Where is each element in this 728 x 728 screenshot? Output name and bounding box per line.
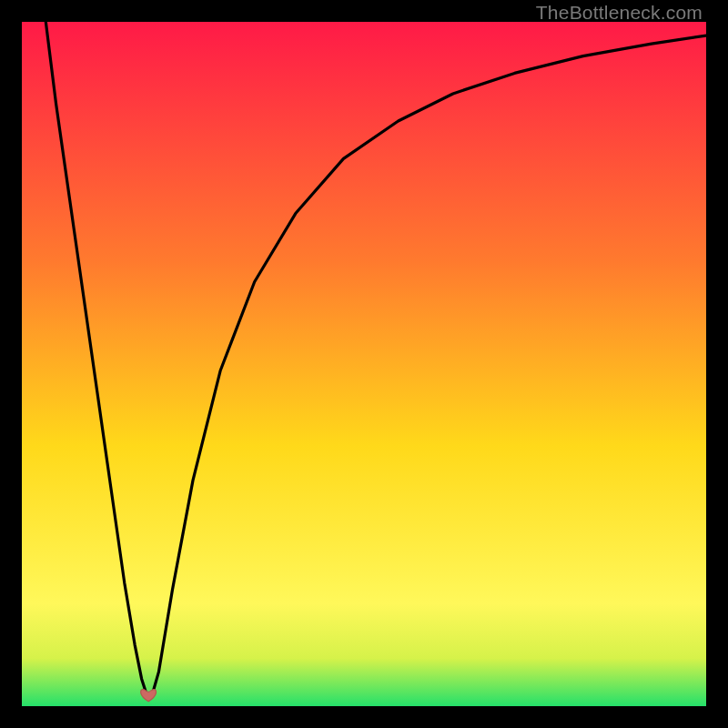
gradient-background: [22, 22, 706, 706]
watermark-text: TheBottleneck.com: [536, 2, 703, 24]
plot-frame: [22, 22, 706, 706]
bottleneck-plot: [22, 22, 706, 706]
